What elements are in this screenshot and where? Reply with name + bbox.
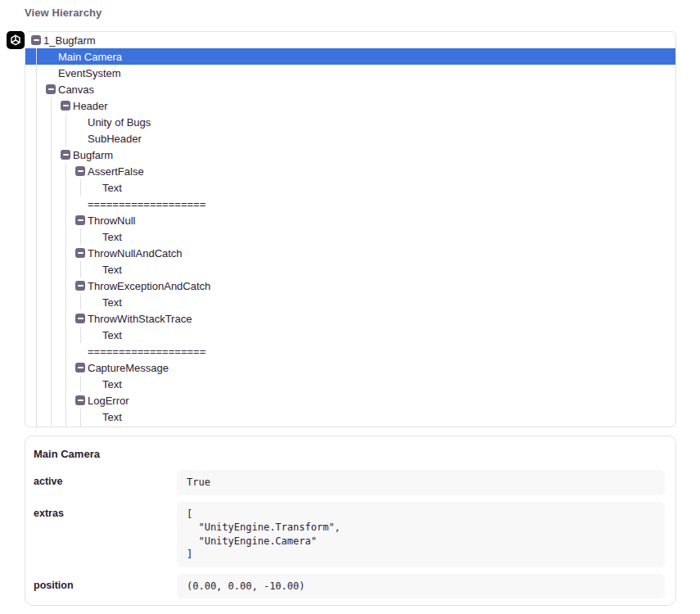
tree-node-logerror[interactable]: LogError: [25, 392, 675, 409]
tree-node-label: Text: [102, 378, 122, 391]
tree-node-main-camera[interactable]: Main Camera: [25, 48, 675, 65]
details-row-active: active True: [34, 470, 665, 495]
unity-cube-glyph: [9, 34, 22, 47]
tree-node-bugfarm[interactable]: Bugfarm: [25, 147, 675, 163]
tree-node-label: Text: [102, 329, 122, 341]
tree-node-capturemessage[interactable]: CaptureMessage: [25, 359, 675, 376]
tree-node-label: Text: [102, 182, 122, 194]
collapse-icon[interactable]: [75, 248, 85, 258]
details-row-extras: extras [ "UnityEngine.Transform", "Unity…: [34, 502, 665, 567]
collapse-icon[interactable]: [75, 215, 85, 225]
tree-node-label: ThrowExceptionAndCatch: [88, 280, 210, 292]
collapse-icon[interactable]: [75, 314, 85, 323]
indent-guide: [80, 376, 81, 392]
tree-node-label: ===================: [88, 345, 205, 358]
tree-node-text[interactable]: Text: [25, 179, 675, 196]
tree-node-label: LogError: [88, 395, 129, 407]
details-fields: active True extras [ "UnityEngine.Transf…: [25, 470, 675, 598]
hierarchy-tree-panel: 1_Bugfarm Main Camera EventSystem Canvas…: [25, 31, 676, 427]
tree-node-label: ThrowNullAndCatch: [88, 247, 183, 260]
tree-node-label: Main Camera: [58, 51, 122, 63]
indent-guide: [80, 179, 81, 196]
tree-node-label: Text: [102, 411, 122, 423]
tree-node-label: Text: [102, 231, 122, 243]
collapse-icon[interactable]: [61, 150, 70, 160]
indent-guide: [51, 97, 52, 427]
tree-node-assertfalse[interactable]: AssertFalse: [25, 163, 675, 179]
unity-logo-icon: [7, 31, 25, 49]
tree-node-label: AssertFalse: [88, 165, 144, 178]
field-key: position: [34, 574, 177, 591]
collapse-icon[interactable]: [61, 101, 70, 111]
tree-node-label: Text: [102, 296, 122, 309]
collapse-icon[interactable]: [46, 84, 56, 94]
collapse-icon[interactable]: [31, 35, 41, 45]
tree-node-text[interactable]: Text: [25, 294, 675, 310]
indent-guide: [65, 114, 66, 147]
collapse-icon[interactable]: [75, 395, 85, 405]
field-value: [ "UnityEngine.Transform", "UnityEngine.…: [177, 502, 665, 567]
tree-node-separator[interactable]: ===================: [25, 343, 675, 359]
field-value: (0.00, 0.00, -10.00): [177, 574, 665, 599]
tree-node-text[interactable]: Text: [25, 409, 675, 425]
tree-node-throwexceptionandcatch[interactable]: ThrowExceptionAndCatch: [25, 278, 675, 294]
tree-node-label: Unity of Bugs: [88, 116, 151, 129]
tree-node-label: Header: [73, 100, 108, 112]
tree-node-label: ThrowWithStackTrace: [88, 313, 192, 325]
tree-node-subheader[interactable]: SubHeader: [25, 130, 675, 147]
tree-node-label: Text: [102, 264, 122, 276]
indent-guide: [80, 327, 81, 343]
indent-guide: [80, 228, 81, 245]
collapse-icon[interactable]: [75, 281, 85, 291]
tree-node-thrownull[interactable]: ThrowNull: [25, 212, 675, 228]
tree-node-label: ===================: [88, 198, 205, 210]
tree-node-separator[interactable]: ===================: [25, 196, 675, 212]
tree-node-label: Canvas: [58, 84, 94, 96]
details-title: Main Camera: [34, 448, 665, 460]
tree-node-label: EventSystem: [58, 67, 121, 79]
tree-node-label: CaptureMessage: [88, 362, 169, 374]
details-row-position: position (0.00, 0.00, -10.00): [34, 574, 665, 599]
tree-node-text[interactable]: Text: [25, 261, 675, 278]
tree-node-label: ThrowNull: [88, 214, 136, 227]
indent-guide: [65, 163, 66, 427]
collapse-icon[interactable]: [75, 363, 85, 372]
tree-node-thrownullandcatch[interactable]: ThrowNullAndCatch: [25, 245, 675, 261]
tree-node-1-bugfarm[interactable]: 1_Bugfarm: [25, 32, 675, 48]
node-details-panel: Main Camera active True extras [ "UnityE…: [25, 436, 676, 606]
hierarchy-tree: 1_Bugfarm Main Camera EventSystem Canvas…: [25, 32, 675, 427]
tree-node-text[interactable]: Text: [25, 327, 675, 343]
tree-node-canvas[interactable]: Canvas: [25, 81, 675, 97]
tree-node-throwwithstacktrace[interactable]: ThrowWithStackTrace: [25, 310, 675, 327]
field-key: extras: [34, 502, 177, 519]
indent-guide: [80, 261, 81, 278]
tree-node-label: 1_Bugfarm: [43, 34, 96, 47]
tree-node-text[interactable]: Text: [25, 228, 675, 245]
tree-node-text[interactable]: Text: [25, 376, 675, 392]
tree-node-eventsystem[interactable]: EventSystem: [25, 65, 675, 81]
indent-guide: [80, 294, 81, 310]
tree-node-header[interactable]: Header: [25, 97, 675, 114]
field-value: True: [177, 470, 665, 495]
indent-guide: [80, 409, 81, 427]
page-title: View Hierarchy: [25, 7, 102, 19]
tree-node-label: Bugfarm: [73, 149, 113, 161]
field-key: active: [34, 470, 177, 487]
collapse-icon[interactable]: [75, 166, 85, 176]
indent-guide: [36, 48, 37, 427]
tree-node-label: SubHeader: [88, 133, 142, 145]
tree-node-unity-of-bugs[interactable]: Unity of Bugs: [25, 114, 675, 130]
